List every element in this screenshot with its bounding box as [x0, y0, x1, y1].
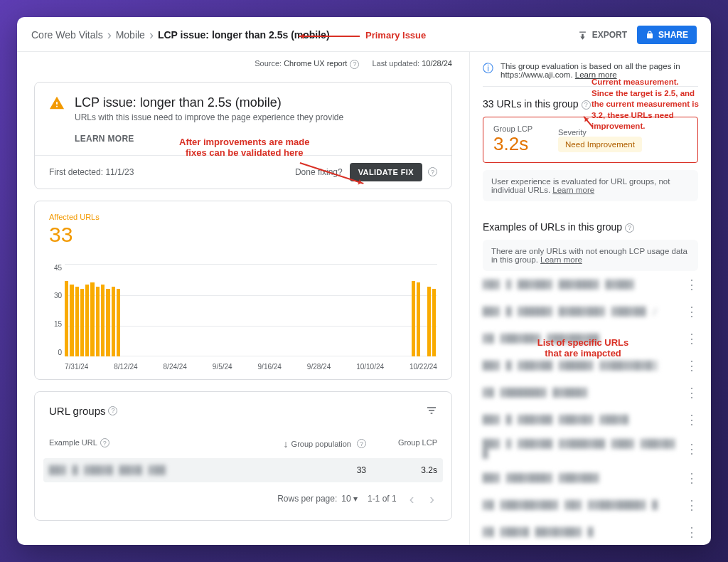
more-icon[interactable]: ⋮ [685, 385, 698, 401]
affected-label: Affected URLs [49, 213, 437, 221]
breadcrumb-current: LCP issue: longer than 2.5s (mobile) [158, 29, 330, 41]
table-row[interactable]: ██▓ █ ▓██▓█ ██▓█ ▓██ 33 3.2s [43, 458, 443, 482]
chevron-down-icon: ▾ [353, 494, 358, 504]
list-item[interactable]: ██▓ █ ▓██▓██ ▓████▓ ▓▓██▓▓█▓█▒⋮ [483, 352, 698, 379]
topbar: Core Web Vitals › Mobile › LCP issue: lo… [17, 17, 711, 52]
issue-title: LCP issue: longer than 2.5s (mobile) [75, 95, 343, 110]
table-pager: Rows per page: 10 ▾ 1-1 of 1 ‹ › [49, 491, 437, 507]
page-range: 1-1 of 1 [368, 494, 397, 504]
more-icon[interactable]: ⋮ [685, 497, 698, 513]
severity-badge: Need Improvement [558, 137, 642, 152]
more-icon[interactable]: ⋮ [685, 331, 698, 346]
learn-more-button[interactable]: LEARN MORE [75, 134, 437, 144]
url-groups-title: URL groups [49, 405, 105, 417]
list-item[interactable]: ██▓ ▓██▓███▓ ▓██▓██▓⋮ [483, 465, 698, 492]
more-icon[interactable]: ⋮ [685, 277, 698, 292]
help-icon[interactable]: ? [350, 60, 359, 69]
list-item[interactable]: ▓█ ▓██▓██▓ ▓██▓██▓██⋮ [483, 325, 698, 352]
group-lcp-metric: Group LCP 3.2s Severity Need Improvement [483, 117, 698, 163]
group-count-title: 33 URLs in this group? [483, 98, 698, 110]
breadcrumb: Core Web Vitals › Mobile › LCP issue: lo… [31, 28, 330, 43]
list-item[interactable]: ▓█ ▓██████▓ █▓███▓⋮ [483, 379, 698, 406]
group-lcp-value: 3.2s [493, 133, 532, 155]
right-pane: ⓘ This group evaluation is based on all … [469, 52, 711, 545]
first-detected: First detected: 11/1/23 [49, 167, 134, 177]
more-icon[interactable]: ⋮ [685, 358, 698, 373]
rows-per-page-select[interactable]: 10 ▾ [341, 494, 358, 504]
help-icon[interactable]: ? [108, 406, 117, 415]
more-icon[interactable]: ⋮ [685, 524, 698, 540]
help-icon[interactable]: ? [625, 223, 634, 233]
more-icon[interactable]: ⋮ [685, 412, 698, 428]
meta-row: Source: Chrome UX report? Last updated: … [17, 52, 469, 75]
affected-chart: 4530150 7/31/248/12/248/24/249/5/249/16/… [49, 264, 437, 371]
breadcrumb-root[interactable]: Core Web Vitals [31, 29, 103, 41]
list-item[interactable]: ██▓ █ ▓██▓██ ▓██▓█▓ ▓██▓█⋮ [483, 406, 698, 433]
list-item[interactable]: ██▓ ▓ ▓██▓██ ▓▓███▓██ ▓██▓ ▓██▓█▓ █⋮ [483, 433, 698, 465]
affected-urls-card: Affected URLs 33 4530150 7/31/248/12/248… [34, 201, 452, 380]
url-groups-card: URL groups ? Example URL? ↓Group populat… [34, 391, 452, 521]
learn-more-link[interactable]: Learn more [575, 70, 617, 79]
left-pane: Source: Chrome UX report? Last updated: … [17, 52, 469, 545]
lock-icon [646, 31, 654, 39]
help-icon[interactable]: ? [357, 439, 366, 448]
more-icon[interactable]: ⋮ [685, 441, 698, 457]
share-button[interactable]: SHARE [637, 26, 697, 44]
issue-card: LCP issue: longer than 2.5s (mobile) URL… [34, 82, 452, 189]
prev-page-button[interactable]: ‹ [407, 491, 417, 507]
help-icon[interactable]: ? [100, 438, 109, 447]
download-icon [577, 30, 588, 41]
list-item[interactable]: ██▓ █ ▓████▓ █▓██▓██▓ ▓██▓██ /⋮ [483, 298, 698, 325]
learn-more-link[interactable]: Learn more [540, 255, 582, 264]
examples-note: There are only URLs with not enough LCP … [483, 240, 698, 271]
breadcrumb-mobile[interactable]: Mobile [116, 29, 145, 41]
validate-fix-button[interactable]: VALIDATE FIX [350, 163, 422, 181]
examples-title: Examples of URLs in this group? [483, 221, 698, 233]
more-icon[interactable]: ⋮ [685, 470, 698, 486]
list-item[interactable]: ▓█▓ ▓ ██▓██▓ ██▓███▓ █▓██▓⋮ [483, 271, 698, 298]
info-icon: ⓘ [483, 62, 493, 79]
help-icon[interactable]: ? [582, 100, 591, 110]
list-item[interactable]: ▓█ ▓██▓██▓██▓ ▓█▓ ▓▓██▓████▓ █⋮ [483, 492, 698, 519]
export-button[interactable]: EXPORT [577, 30, 627, 41]
issue-subtitle: URLs with this issue need to improve the… [75, 112, 343, 122]
help-icon[interactable]: ? [428, 167, 437, 176]
filter-icon[interactable] [426, 405, 437, 416]
learn-more-link[interactable]: Learn more [552, 186, 594, 194]
affected-count: 33 [49, 223, 437, 247]
chevron-right-icon: › [149, 28, 154, 43]
done-fixing-label: Done fixing? [295, 167, 343, 177]
next-page-button[interactable]: › [427, 491, 437, 507]
warning-icon [49, 95, 65, 115]
info-banner: ⓘ This group evaluation is based on all … [483, 52, 698, 87]
list-item[interactable]: ▓█ ▓██▓█ ██▓█▓██▓ █⋮ [483, 519, 698, 545]
ux-note: User experience is evaluated for URL gro… [483, 170, 698, 201]
more-icon[interactable]: ⋮ [685, 304, 698, 319]
chevron-right-icon: › [107, 28, 112, 43]
